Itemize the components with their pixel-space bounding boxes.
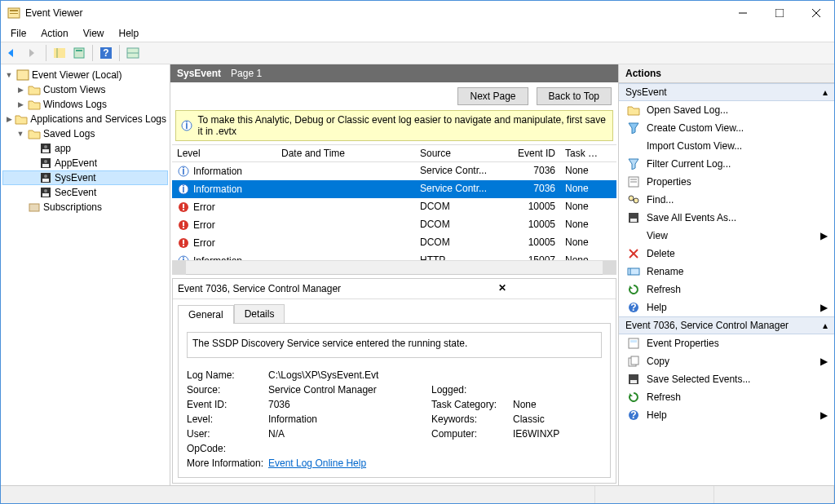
collapse-icon[interactable]: ▴ [823,86,828,98]
tree-toggle-icon[interactable]: ▶ [7,115,12,123]
keywords-value: Classic [513,413,611,425]
action-filter-current-log[interactable]: Filter Current Log... [619,155,834,173]
action-label: Copy [647,356,669,367]
action-help[interactable]: ?Help▶ [619,298,834,316]
collapse-icon[interactable]: ▴ [823,320,828,331]
properties-button[interactable] [70,44,88,62]
action-properties[interactable]: Properties [619,173,834,191]
event-row[interactable]: ErrorDCOM10005None [172,216,616,234]
details-title-bar: Event 7036, Service Control Manager ✕ [173,279,616,299]
action-create-custom-view[interactable]: Create Custom View... [619,119,834,137]
tree-item-app[interactable]: app [2,141,168,156]
eventviewer-icon [16,69,29,82]
details-close-button[interactable]: ✕ [395,282,612,295]
tree-item-applications-and-services-logs[interactable]: ▶Applications and Services Logs [2,112,168,126]
moreinfo-label: More Information: [187,458,268,469]
action-save-selected-events[interactable]: Save Selected Events... [619,370,834,388]
preview-button[interactable] [124,44,142,62]
back-to-top-button[interactable]: Back to Top [537,87,612,105]
col-eventid[interactable]: Event ID [511,145,560,161]
refresh-icon [627,391,640,404]
event-row[interactable]: iInformationService Contr...7036None [172,162,616,180]
main-body: ▼ Event Viewer (Local) ▶Custom Views▶Win… [1,64,834,485]
grid-body[interactable]: iInformationService Contr...7036NoneiInf… [172,162,616,260]
user-label: User: [187,428,268,440]
svg-text:?: ? [630,302,636,313]
event-row[interactable]: ErrorDCOM10005None [172,198,616,216]
action-refresh[interactable]: Refresh [619,281,834,298]
delete-icon [627,247,640,260]
menu-help[interactable]: Help [113,26,146,41]
tree-toggle-icon[interactable]: ▼ [15,130,25,138]
action-save-all-events-as[interactable]: Save All Events As... [619,209,834,227]
tree-root-label: Event Viewer (Local) [32,69,122,81]
action-refresh[interactable]: Refresh [619,388,834,406]
action-delete[interactable]: Delete [619,245,834,263]
col-date[interactable]: Date and Time [276,145,415,161]
menu-action[interactable]: Action [34,26,74,41]
forward-button[interactable] [24,44,42,62]
tree-item-secevent[interactable]: SecEvent [2,185,168,200]
svg-rect-2 [10,13,18,14]
tree-item-custom-views[interactable]: ▶Custom Views [2,82,168,97]
tree-pane[interactable]: ▼ Event Viewer (Local) ▶Custom Views▶Win… [1,64,170,485]
col-task[interactable]: Task Cate [560,145,609,161]
svg-rect-10 [76,50,82,51]
moreinfo-link[interactable]: Event Log Online Help [268,458,366,469]
separator [92,45,93,61]
tree-root[interactable]: ▼ Event Viewer (Local) [2,68,168,82]
tree-item-saved-logs[interactable]: ▼Saved Logs [2,126,168,141]
nav-row: Next Page Back to Top [170,82,618,110]
tree-item-label: app [55,143,71,154]
row-task: None [560,252,609,260]
next-page-button[interactable]: Next Page [457,87,528,105]
event-row[interactable]: ErrorDCOM10005None [172,234,616,252]
show-tree-button[interactable] [51,44,68,62]
tree-item-windows-logs[interactable]: ▶Windows Logs [2,97,168,112]
action-label: Create Custom View... [647,122,744,134]
tree-item-sysevent[interactable]: SysEvent [2,170,168,185]
save-icon [627,373,640,386]
titlebar[interactable]: Event Viewer [1,1,834,25]
actions-section-2[interactable]: Event 7036, Service Control Manager ▴ [619,316,834,334]
grid-header[interactable]: Level Date and Time Source Event ID Task… [172,144,616,162]
tree-item-appevent[interactable]: AppEvent [2,156,168,170]
maximize-button[interactable] [761,1,797,25]
action-help[interactable]: ?Help▶ [619,406,834,424]
event-row[interactable]: iInformationHTTP15007None [172,252,616,260]
blank-icon [627,139,640,153]
eventid-label: Event ID: [187,399,268,410]
tab-details[interactable]: Details [234,304,285,323]
tree-toggle-icon[interactable]: ▶ [15,100,25,108]
info-text: To make this Analytic, Debug or Classic … [198,114,607,137]
action-label: Find... [647,194,674,206]
action-view[interactable]: View▶ [619,227,834,245]
action-event-properties[interactable]: Event Properties [619,334,834,352]
col-source[interactable]: Source [415,145,511,161]
tree-toggle-icon[interactable]: ▼ [4,71,14,79]
row-task: None [560,198,609,216]
help-button[interactable]: ? [97,44,115,62]
back-button[interactable] [4,44,22,62]
eventid-value: 7036 [268,399,431,410]
action-open-saved-log[interactable]: Open Saved Log... [619,101,834,119]
actions-section-1[interactable]: SysEvent ▴ [619,83,834,101]
row-task: None [560,162,609,180]
action-rename[interactable]: Rename [619,263,834,281]
menu-file[interactable]: File [4,26,33,41]
action-import-custom-view[interactable]: Import Custom View... [619,137,834,155]
svg-rect-15 [17,70,29,80]
action-copy[interactable]: Copy▶ [619,352,834,370]
minimize-button[interactable] [724,1,761,25]
close-button[interactable] [797,1,834,25]
tree-toggle-icon[interactable]: ▶ [15,86,25,94]
menu-view[interactable]: View [77,26,111,41]
col-level[interactable]: Level [172,145,276,161]
logname-label: Log Name: [187,369,268,381]
tree-item-subscriptions[interactable]: Subscriptions [2,200,168,214]
event-row[interactable]: iInformationService Contr...7036None [172,180,616,198]
action-find[interactable]: Find... [619,191,834,209]
tab-general[interactable]: General [178,305,234,324]
chevron-right-icon: ▶ [820,230,828,241]
horizontal-scrollbar[interactable] [172,260,616,274]
